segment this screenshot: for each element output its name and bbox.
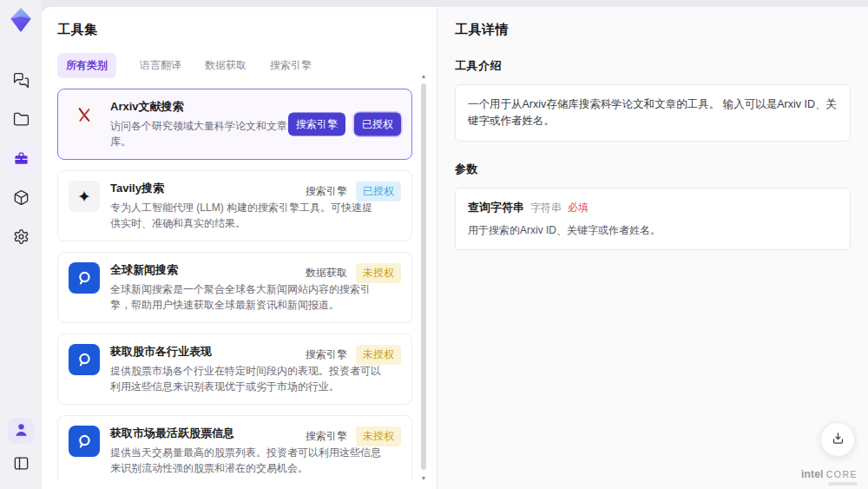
brand-core: CORE (826, 469, 858, 479)
page-title: 工具集 (57, 22, 437, 38)
tool-list-item[interactable]: 获取市场最活跃股票信息 提供当天交易量最高的股票列表。投资者可以利用这些信息来识… (57, 415, 412, 481)
tool-description: 提供股票市场各个行业在特定时间段内的表现。投资者可以利用这些信息来识别表现优于或… (110, 363, 381, 394)
tool-category-badge: 搜索引擎 (306, 429, 347, 444)
tool-category-badge: 搜索引擎 (288, 113, 345, 136)
scrollbar-thumb[interactable] (421, 83, 426, 470)
param-description: 用于搜索的Arxiv ID、关键字或作者姓名。 (468, 223, 838, 238)
tool-description: 全球新闻搜索是一个聚合全球各大新闻网站内容的搜索引擎，帮助用户快速获取全球最新资… (110, 281, 381, 313)
user-icon (13, 421, 30, 441)
tab-3[interactable]: 搜索引擎 (270, 53, 312, 78)
params-card: 查询字符串 字符串 必填 用于搜索的Arxiv ID、关键字或作者姓名。 (455, 188, 851, 250)
param-name: 查询字符串 (468, 200, 524, 215)
list-scrollbar[interactable]: ▲ ▼ (419, 73, 428, 482)
sidebar-item-tools[interactable] (7, 146, 35, 174)
tab-2[interactable]: 数据获取 (205, 53, 247, 78)
scroll-down-icon[interactable]: ▼ (419, 475, 428, 482)
category-tabs: 所有类别语言翻译数据获取搜索引擎 (57, 53, 437, 78)
tool-list-item[interactable]: 获取股市各行业表现 提供股票市场各个行业在特定时间段内的表现。投资者可以利用这些… (57, 334, 412, 405)
panel-toggle-icon (13, 455, 30, 475)
tool-auth-badge: 已授权 (354, 113, 401, 136)
q-icon (69, 426, 100, 457)
sidebar-item-settings[interactable] (7, 224, 35, 252)
tool-category-badge: 数据获取 (306, 266, 347, 281)
arxiv-icon (69, 99, 100, 130)
left-rail (0, 0, 42, 489)
gear-icon (13, 228, 30, 248)
tool-auth-badge: 未授权 (356, 345, 401, 365)
sidebar-item-files[interactable] (7, 107, 35, 135)
tool-auth-badge: 未授权 (356, 426, 401, 446)
rail-nav (7, 68, 35, 252)
brand-underline (828, 482, 858, 486)
tab-0[interactable]: 所有类别 (57, 53, 116, 78)
scroll-up-icon[interactable]: ▲ (419, 73, 428, 80)
param-item: 查询字符串 字符串 必填 用于搜索的Arxiv ID、关键字或作者姓名。 (468, 200, 838, 238)
intel-core-logo: intel CORE (801, 468, 858, 480)
intro-heading: 工具介绍 (455, 58, 851, 74)
tool-category-badge: 搜索引擎 (306, 347, 347, 362)
chat-icon (13, 72, 30, 92)
download-button[interactable] (820, 422, 855, 457)
tab-1[interactable]: 语言翻译 (140, 53, 181, 78)
tavily-icon: ✦ (69, 181, 100, 212)
toolbox-icon (13, 150, 30, 170)
download-icon (831, 431, 845, 449)
param-type: 字符串 (530, 201, 562, 215)
q-icon (69, 262, 100, 294)
rail-bottom (7, 418, 35, 479)
sidebar-item-panel-toggle[interactable] (7, 451, 35, 479)
sidebar-item-account[interactable] (8, 418, 34, 444)
app-logo-icon[interactable] (8, 7, 34, 33)
intro-text: 一个用于从Arxiv存储库搜索科学论文和文章的工具。 输入可以是Arxiv ID… (468, 96, 838, 129)
tool-description: 提供当天交易量最高的股票列表。投资者可以利用这些信息来识别流动性强的股票和潜在的… (110, 445, 381, 476)
folder-icon (13, 111, 30, 131)
brand-intel: intel (801, 468, 824, 480)
q-icon (69, 344, 100, 375)
details-title: 工具详情 (455, 22, 851, 38)
tool-auth-badge: 未授权 (356, 263, 401, 283)
tool-auth-badge: 已授权 (356, 182, 401, 202)
param-required-badge: 必填 (568, 201, 589, 215)
main-surface: 工具集 所有类别语言翻译数据获取搜索引擎 Arxiv文献搜索 访问各个研究领域大… (42, 7, 868, 489)
params-heading: 参数 (455, 162, 851, 177)
tool-list: Arxiv文献搜索 访问各个研究领域大量科学论文和文章的存储库。 搜索引擎 已授… (57, 89, 437, 481)
tool-category-badge: 搜索引擎 (306, 184, 347, 199)
tool-list-item[interactable]: ✦ Tavily搜索 专为人工智能代理 (LLM) 构建的搜索引擎工具。可快速提… (57, 170, 412, 241)
sidebar-item-chat[interactable] (7, 68, 35, 96)
sidebar-item-packages[interactable] (7, 185, 35, 213)
tool-list-item[interactable]: 全球新闻搜索 全球新闻搜索是一个聚合全球各大新闻网站内容的搜索引擎，帮助用户快速… (57, 252, 412, 323)
tool-description: 专为人工智能代理 (LLM) 构建的搜索引擎工具。可快速提供实时、准确和真实的结… (110, 200, 381, 231)
intro-card: 一个用于从Arxiv存储库搜索科学论文和文章的工具。 输入可以是Arxiv ID… (455, 84, 851, 142)
details-panel: 工具详情 工具介绍 一个用于从Arxiv存储库搜索科学论文和文章的工具。 输入可… (437, 7, 868, 489)
tools-panel: 工具集 所有类别语言翻译数据获取搜索引擎 Arxiv文献搜索 访问各个研究领域大… (42, 7, 437, 489)
tavily-star-icon: ✦ (77, 188, 91, 205)
package-icon (13, 189, 30, 209)
tool-list-item[interactable]: Arxiv文献搜索 访问各个研究领域大量科学论文和文章的存储库。 搜索引擎 已授… (57, 89, 412, 160)
